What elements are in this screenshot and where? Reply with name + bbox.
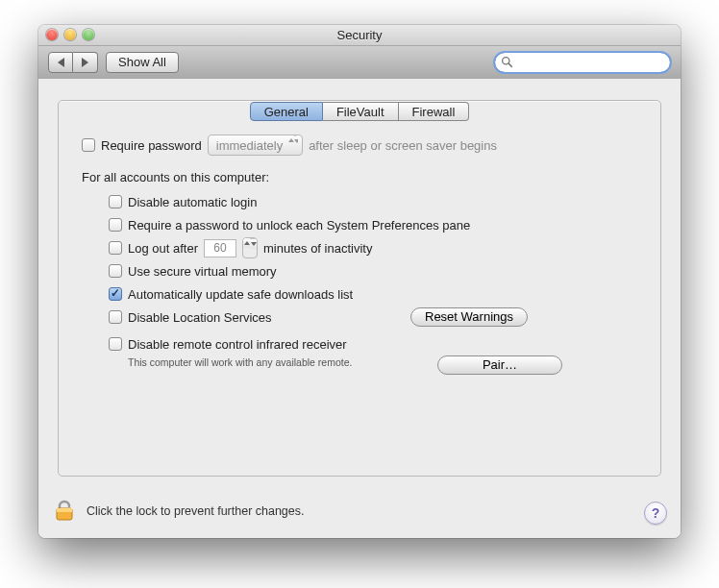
- secure-vm-checkbox[interactable]: [109, 264, 122, 278]
- auto-safe-downloads-checkbox[interactable]: [109, 287, 122, 301]
- back-button[interactable]: [48, 52, 73, 73]
- lock-bar: Click the lock to prevent further change…: [52, 497, 305, 525]
- ir-note: This computer will work with any availab…: [82, 356, 397, 369]
- disable-ir-checkbox[interactable]: [109, 337, 122, 351]
- lock-text: Click the lock to prevent further change…: [87, 504, 305, 518]
- titlebar: Security: [38, 25, 681, 46]
- svg-rect-3: [57, 508, 72, 512]
- disable-ir-row: Disable remote control infrared receiver: [82, 332, 637, 355]
- content-area: General FileVault Firewall Require passw…: [38, 79, 681, 538]
- stepper-up-icon: [243, 238, 250, 248]
- help-icon: ?: [652, 505, 660, 521]
- search-field-wrap: [494, 52, 671, 73]
- traffic-lights: [46, 29, 94, 40]
- disable-auto-login-label: Disable automatic login: [128, 195, 257, 209]
- disable-location-row: Disable Location Services Reset Warnings: [82, 306, 637, 329]
- tabbar: General FileVault Firewall: [59, 102, 660, 121]
- minimize-icon[interactable]: [64, 29, 76, 40]
- toolbar: Show All: [38, 46, 681, 80]
- logout-checkbox[interactable]: [109, 241, 122, 255]
- tab-general[interactable]: General: [250, 102, 323, 121]
- require-pw-prefpane-row: Require a password to unlock each System…: [82, 213, 637, 236]
- disable-location-label: Disable Location Services: [128, 310, 272, 325]
- tab-firewall[interactable]: Firewall: [399, 102, 470, 121]
- reset-warnings-button[interactable]: Reset Warnings: [410, 307, 528, 327]
- svg-line-1: [508, 63, 511, 66]
- require-password-delay-select[interactable]: immediately: [208, 135, 303, 156]
- logout-row: Log out after minutes of inactivity: [82, 236, 637, 259]
- auto-safe-downloads-row: Automatically update safe downloads list: [82, 282, 637, 306]
- require-pw-prefpane-label: Require a password to unlock each System…: [128, 218, 470, 233]
- require-password-suffix: after sleep or screen saver begins: [309, 138, 497, 153]
- disable-auto-login-checkbox[interactable]: [109, 195, 122, 208]
- pair-button[interactable]: Pair…: [437, 355, 562, 375]
- disable-location-checkbox[interactable]: [109, 310, 122, 324]
- require-password-label: Require password: [101, 138, 202, 153]
- accounts-header: For all accounts on this computer:: [82, 170, 637, 184]
- chevron-left-icon: [58, 58, 64, 67]
- require-password-checkbox[interactable]: [82, 138, 95, 152]
- disable-auto-login-row: Disable automatic login: [82, 190, 637, 213]
- general-groupbox: General FileVault Firewall Require passw…: [58, 100, 661, 477]
- secure-vm-label: Use secure virtual memory: [128, 264, 277, 279]
- chevron-right-icon: [82, 58, 88, 67]
- lock-icon[interactable]: [52, 497, 77, 525]
- show-all-button[interactable]: Show All: [106, 52, 179, 73]
- stepper-down-icon: [250, 238, 257, 249]
- security-prefs-window: Security Show All: [38, 25, 681, 538]
- logout-minutes-field[interactable]: [204, 239, 236, 257]
- search-icon: [501, 56, 513, 68]
- search-input[interactable]: [494, 52, 671, 73]
- forward-button[interactable]: [73, 52, 98, 73]
- zoom-icon[interactable]: [83, 29, 94, 40]
- secure-vm-row: Use secure virtual memory: [82, 259, 637, 282]
- logout-stepper[interactable]: [242, 237, 258, 258]
- disable-ir-label: Disable remote control infrared receiver: [128, 337, 347, 352]
- auto-safe-downloads-label: Automatically update safe downloads list: [128, 287, 353, 302]
- nav-buttons: [48, 52, 98, 73]
- require-pw-prefpane-checkbox[interactable]: [109, 218, 122, 232]
- logout-suffix: minutes of inactivity: [263, 241, 372, 256]
- require-password-row: Require password immediately after sleep…: [82, 134, 637, 157]
- help-button[interactable]: ?: [644, 502, 667, 525]
- window-title: Security: [337, 25, 383, 45]
- tab-filevault[interactable]: FileVault: [323, 102, 399, 121]
- require-password-delay-value: immediately: [216, 138, 283, 153]
- close-icon[interactable]: [46, 29, 58, 40]
- logout-prefix: Log out after: [128, 241, 198, 256]
